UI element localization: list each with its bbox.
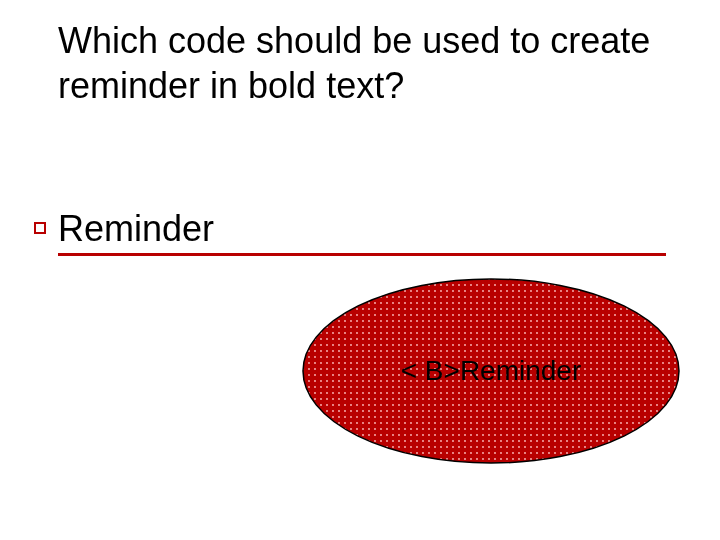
answer-text: < B>Reminder [401, 355, 582, 387]
bullet-square-icon [34, 222, 46, 234]
answer-oval: < B>Reminder [300, 276, 682, 466]
divider-rule [58, 253, 666, 256]
question-title: Which code should be used to create remi… [58, 18, 658, 108]
slide: Which code should be used to create remi… [0, 0, 720, 540]
bullet-text: Reminder [58, 208, 214, 250]
